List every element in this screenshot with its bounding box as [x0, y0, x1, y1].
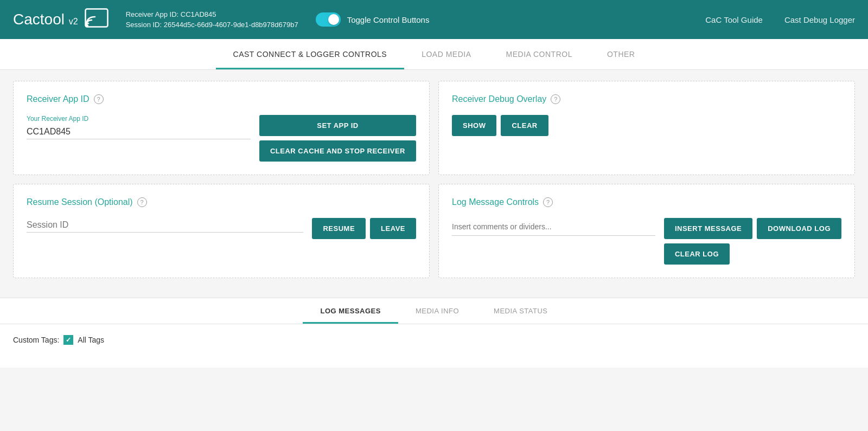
resume-session-title: Resume Session (Optional) ? — [27, 197, 416, 207]
resume-session-help-icon[interactable]: ? — [137, 197, 147, 207]
receiver-debug-help-icon[interactable]: ? — [551, 94, 560, 104]
tab-media-info[interactable]: MEDIA INFO — [398, 298, 476, 324]
toggle-control-buttons[interactable] — [316, 12, 341, 27]
clear-overlay-button[interactable]: CLEAR — [501, 115, 548, 136]
receiver-app-id-body: Your Receiver App ID SET APP ID CLEAR CA… — [27, 115, 416, 162]
logo: Cactool v2 — [13, 8, 108, 31]
receiver-app-id-buttons: SET APP ID CLEAR CACHE AND STOP RECEIVER — [259, 115, 416, 162]
log-message-controls-card: Log Message Controls ? INSERT MESSAGE DO… — [438, 184, 855, 278]
log-message-controls-body: INSERT MESSAGE DOWNLOAD LOG CLEAR LOG — [452, 218, 841, 265]
set-app-id-button[interactable]: SET APP ID — [259, 115, 416, 136]
show-overlay-button[interactable]: SHOW — [452, 115, 496, 136]
bottom-tabs: LOG MESSAGES MEDIA INFO MEDIA STATUS — [0, 298, 868, 324]
receiver-app-id-card: Receiver App ID ? Your Receiver App ID S… — [13, 81, 430, 175]
log-message-controls-help-icon[interactable]: ? — [543, 197, 553, 207]
cards-grid: Receiver App ID ? Your Receiver App ID S… — [13, 81, 855, 278]
bottom-section: LOG MESSAGES MEDIA INFO MEDIA STATUS Cus… — [0, 298, 868, 368]
tab-cast-connect[interactable]: CAST CONNECT & LOGGER CONTROLS — [216, 39, 405, 69]
receiver-debug-body: SHOW CLEAR — [452, 115, 841, 136]
receiver-app-id-input-label: Your Receiver App ID — [27, 115, 251, 123]
all-tags-checkbox[interactable] — [63, 335, 73, 345]
logo-text: Cactool v2 — [13, 11, 78, 28]
leave-button[interactable]: LEAVE — [370, 218, 416, 239]
header-info: Receiver App ID: CC1AD845 Session ID: 26… — [126, 10, 298, 29]
cac-tool-guide-link[interactable]: CaC Tool Guide — [705, 15, 763, 24]
log-message-input[interactable] — [452, 218, 655, 236]
main-content: Receiver App ID ? Your Receiver App ID S… — [0, 70, 868, 289]
resume-session-card: Resume Session (Optional) ? RESUME LEAVE — [13, 184, 430, 278]
app-header: Cactool v2 Receiver App ID: CC1AD845 Ses… — [0, 0, 868, 39]
cast-icon — [85, 8, 108, 31]
custom-tags: Custom Tags: All Tags — [13, 335, 855, 345]
receiver-app-id-input[interactable] — [27, 125, 251, 139]
clear-cache-button[interactable]: CLEAR CACHE AND STOP RECEIVER — [259, 140, 416, 162]
log-buttons-row1: INSERT MESSAGE DOWNLOAD LOG — [664, 218, 841, 239]
header-receiver-app-id: Receiver App ID: CC1AD845 — [126, 10, 298, 18]
resume-session-body: RESUME LEAVE — [27, 218, 416, 239]
log-buttons: INSERT MESSAGE DOWNLOAD LOG CLEAR LOG — [664, 218, 841, 265]
log-message-controls-title: Log Message Controls ? — [452, 197, 841, 207]
receiver-debug-card: Receiver Debug Overlay ? SHOW CLEAR — [438, 81, 855, 175]
download-log-button[interactable]: DOWNLOAD LOG — [757, 218, 841, 239]
receiver-debug-title: Receiver Debug Overlay ? — [452, 94, 841, 104]
header-session-id: Session ID: 26544d5c-66d9-4607-9de1-d8b9… — [126, 21, 298, 29]
receiver-app-id-input-section: Your Receiver App ID — [27, 115, 251, 139]
toggle-label: Toggle Control Buttons — [347, 15, 430, 24]
custom-tags-label: Custom Tags: — [13, 336, 59, 344]
tab-media-control[interactable]: MEDIA CONTROL — [489, 39, 590, 69]
svg-point-1 — [86, 24, 88, 27]
all-tags-label: All Tags — [78, 336, 104, 344]
header-nav: CaC Tool Guide Cast Debug Logger — [705, 15, 855, 24]
tab-media-status[interactable]: MEDIA STATUS — [476, 298, 565, 324]
resume-button[interactable]: RESUME — [312, 218, 366, 239]
insert-message-button[interactable]: INSERT MESSAGE — [664, 218, 752, 239]
toggle-section: Toggle Control Buttons — [316, 12, 430, 27]
receiver-app-id-help-icon[interactable]: ? — [94, 94, 104, 104]
session-id-input[interactable] — [27, 218, 303, 233]
cast-debug-logger-link[interactable]: Cast Debug Logger — [784, 15, 855, 24]
main-tabs: CAST CONNECT & LOGGER CONTROLS LOAD MEDI… — [0, 39, 868, 70]
clear-log-button[interactable]: CLEAR LOG — [664, 243, 730, 265]
session-id-input-section — [27, 218, 303, 233]
receiver-app-id-title: Receiver App ID ? — [27, 94, 416, 104]
logo-version: v2 — [69, 17, 78, 26]
tab-load-media[interactable]: LOAD MEDIA — [404, 39, 488, 69]
tab-other[interactable]: OTHER — [590, 39, 653, 69]
bottom-content: Custom Tags: All Tags — [0, 324, 868, 368]
tab-log-messages[interactable]: LOG MESSAGES — [303, 298, 398, 324]
resume-session-buttons: RESUME LEAVE — [312, 218, 416, 239]
